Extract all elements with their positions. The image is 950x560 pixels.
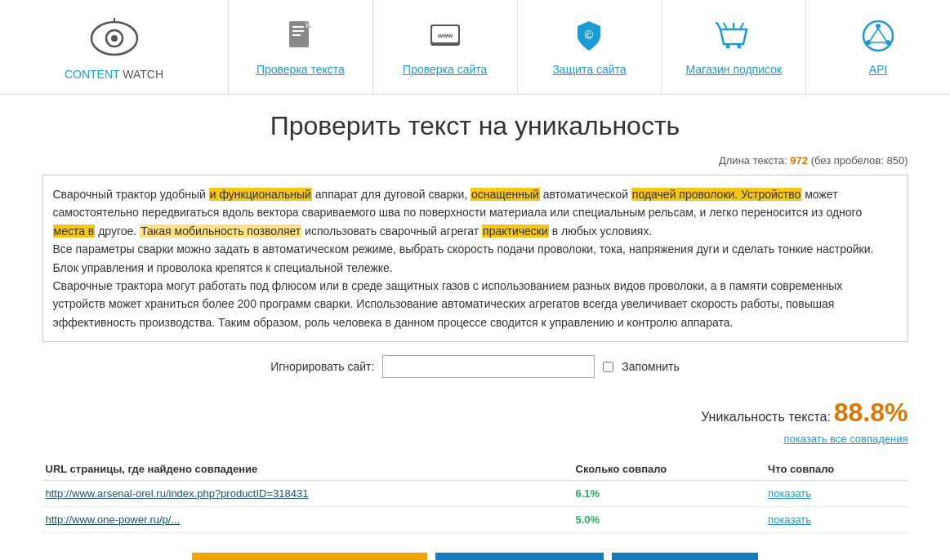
uniqueness-value: 88.8%: [834, 398, 908, 427]
nav-shop-label: Магазин подписок: [685, 63, 782, 76]
shield-icon: ©: [571, 18, 607, 56]
svg-point-2: [111, 35, 118, 42]
nav-api[interactable]: API: [806, 0, 950, 94]
action-buttons-row: НУЖЕН УНИКАЛЬНЫЙ КОНТЕНТ? ПРАВИТЬ ЭТОТ Т…: [42, 553, 908, 560]
edit-text-button[interactable]: ПРАВИТЬ ЭТОТ ТЕКСТ: [435, 553, 604, 560]
text-length-suffix: (без пробелов: 850): [811, 154, 908, 167]
text-length-info: Длина текста: 972 (без пробелов: 850): [42, 154, 908, 167]
svg-text:www: www: [436, 32, 453, 39]
col-url: URL страницы, где найдено совпадение: [42, 458, 573, 481]
logo-area: CONTENT WATCH: [0, 0, 229, 94]
remember-label: Запомнить: [622, 360, 680, 373]
nav-protect-site-label: Защита сайта: [552, 63, 626, 76]
basket-icon: [716, 18, 752, 56]
remember-checkbox[interactable]: [603, 362, 613, 372]
svg-rect-7: [292, 34, 301, 36]
main-content: Проверить текст на уникальность Длина те…: [26, 95, 925, 560]
nav-api-label: API: [869, 63, 888, 76]
svg-line-12: [717, 23, 720, 29]
ignore-site-row: Игнорировать сайт: Запомнить: [42, 355, 908, 378]
new-check-button[interactable]: НОВАЯ ПРОВЕРКА: [612, 553, 758, 560]
table-row: http://www.one-power.ru/p/...5.0%показат…: [42, 507, 908, 533]
uniqueness-section: Уникальность текста: 88.8%: [42, 398, 908, 428]
text-length-label: Длина текста:: [719, 154, 787, 167]
logo-text: CONTENT WATCH: [65, 68, 163, 81]
need-unique-button[interactable]: НУЖЕН УНИКАЛЬНЫЙ КОНТЕНТ?: [192, 553, 426, 560]
nav-check-text-label: Проверка текста: [256, 63, 345, 76]
svg-text:©: ©: [585, 29, 594, 42]
logo-eye-icon: [90, 14, 139, 63]
ignore-label: Игнорировать сайт:: [270, 360, 374, 373]
document-icon: [283, 18, 319, 56]
result-url-link[interactable]: http://www.arsenal-orel.ru/index.php?pro…: [46, 487, 309, 500]
svg-rect-6: [292, 30, 304, 32]
svg-point-14: [726, 45, 730, 49]
col-percent: Сколько совпало: [573, 458, 765, 481]
svg-line-20: [878, 29, 886, 41]
page-title: Проверить текст на уникальность: [42, 111, 908, 141]
text-display-area: Сварочный трактор удобный и функциональн…: [42, 175, 908, 342]
uniqueness-label: Уникальность текста:: [701, 410, 831, 424]
www-icon: www: [427, 18, 463, 56]
nav-check-site[interactable]: www Проверка сайта: [373, 0, 518, 94]
result-show-link[interactable]: показать: [768, 513, 811, 526]
header: CONTENT WATCH Проверка текста www Провер…: [0, 0, 950, 95]
svg-point-15: [738, 45, 742, 49]
result-url-link[interactable]: http://www.one-power.ru/p/...: [46, 513, 181, 526]
result-show-link[interactable]: показать: [768, 487, 811, 500]
nav-check-text[interactable]: Проверка текста: [229, 0, 373, 94]
svg-point-17: [876, 24, 881, 29]
nav-check-site-label: Проверка сайта: [403, 63, 487, 76]
col-match: Что совпало: [765, 458, 908, 481]
result-percent: 6.1%: [573, 481, 765, 507]
show-all-matches-link[interactable]: показать все совпадения: [42, 433, 908, 445]
svg-rect-5: [292, 26, 304, 28]
api-icon: [860, 18, 896, 56]
table-row: http://www.arsenal-orel.ru/index.php?pro…: [42, 481, 908, 507]
ignore-site-input[interactable]: [382, 355, 595, 378]
text-length-count: 972: [790, 154, 808, 167]
nav-protect-site[interactable]: © Защита сайта: [518, 0, 662, 94]
result-percent: 5.0%: [573, 507, 765, 533]
svg-line-21: [870, 29, 878, 41]
results-table: URL страницы, где найдено совпадение Ско…: [42, 458, 908, 533]
nav-shop[interactable]: Магазин подписок: [662, 0, 806, 94]
